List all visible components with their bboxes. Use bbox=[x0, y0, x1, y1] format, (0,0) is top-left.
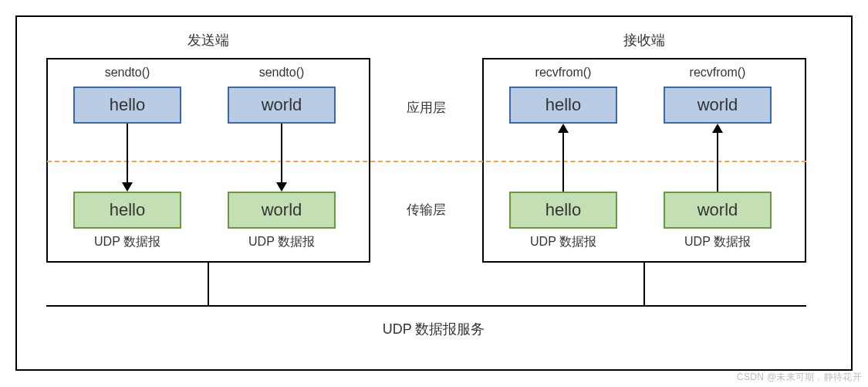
receiver-arrow-line-2 bbox=[717, 133, 718, 192]
app-layer-label: 应用层 bbox=[395, 99, 457, 117]
conn-sender-stub bbox=[208, 263, 209, 305]
receiver-arrow-head-2 bbox=[712, 124, 723, 133]
watermark: CSDN @未来可期，静待花开 bbox=[737, 371, 862, 384]
receiver-func-1: recvfrom() bbox=[509, 66, 617, 80]
sender-dgram-label-1: UDP 数据报 bbox=[66, 234, 189, 250]
sender-app-msg-2: world bbox=[228, 87, 336, 124]
sender-app-msg-1: hello bbox=[73, 87, 181, 124]
receiver-arrow-head-1 bbox=[558, 124, 569, 133]
receiver-trans-msg-1: hello bbox=[509, 192, 617, 229]
conn-receiver-stub bbox=[643, 263, 645, 305]
trans-layer-label: 传输层 bbox=[395, 201, 457, 219]
layer-divider bbox=[47, 161, 806, 162]
sender-trans-msg-1: hello bbox=[73, 192, 181, 229]
service-label: UDP 数据报服务 bbox=[356, 320, 511, 338]
sender-func-1: sendto() bbox=[73, 66, 181, 80]
sender-arrow-line-2 bbox=[281, 124, 282, 184]
sender-func-2: sendto() bbox=[228, 66, 336, 80]
receiver-arrow-line-1 bbox=[562, 133, 564, 192]
sender-title: 发送端 bbox=[162, 31, 255, 49]
receiver-func-2: recvfrom() bbox=[664, 66, 772, 80]
sender-dgram-label-2: UDP 数据报 bbox=[220, 234, 343, 250]
sender-arrow-head-1 bbox=[122, 182, 133, 192]
receiver-app-msg-1: hello bbox=[509, 87, 617, 124]
receiver-title: 接收端 bbox=[598, 31, 691, 49]
receiver-dgram-label-1: UDP 数据报 bbox=[502, 234, 625, 250]
sender-trans-msg-2: world bbox=[228, 192, 336, 229]
receiver-dgram-label-2: UDP 数据报 bbox=[656, 234, 779, 250]
diagram-canvas: 发送端 接收端 sendto() sendto() recvfrom() rec… bbox=[0, 0, 868, 387]
receiver-trans-msg-2: world bbox=[664, 192, 772, 229]
receiver-app-msg-2: world bbox=[664, 87, 772, 124]
sender-arrow-head-2 bbox=[276, 182, 287, 192]
conn-bus bbox=[46, 305, 806, 307]
sender-arrow-line-1 bbox=[127, 124, 128, 184]
